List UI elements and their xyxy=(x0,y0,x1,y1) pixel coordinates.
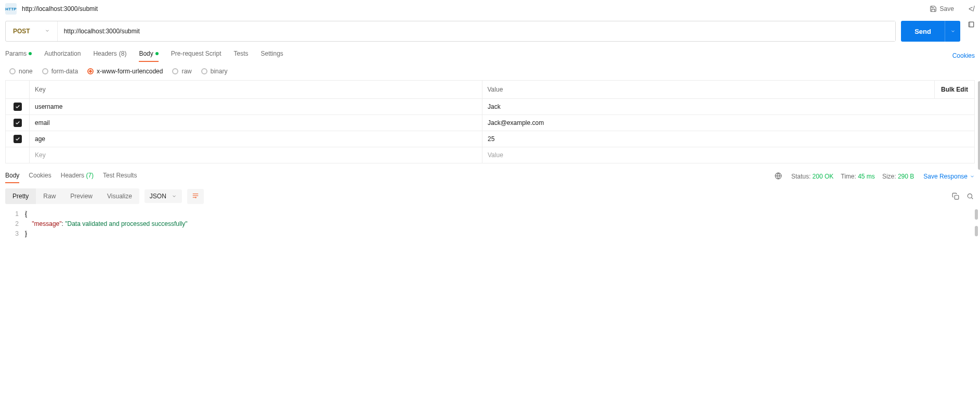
radio-label: form-data xyxy=(51,68,78,75)
kv-key-cell[interactable]: age xyxy=(30,131,482,147)
chevron-down-icon xyxy=(970,174,975,179)
kv-header-key: Key xyxy=(30,81,482,98)
code-token: "Data validated and processed successful… xyxy=(65,220,187,227)
size-label: Size: xyxy=(882,173,896,180)
tab-settings[interactable]: Settings xyxy=(261,50,283,61)
save-response-label: Save Response xyxy=(923,173,968,180)
tab-count: (7) xyxy=(86,172,94,179)
kv-header-row: Key Value Bulk Edit xyxy=(6,81,974,99)
tab-prerequest[interactable]: Pre-request Script xyxy=(171,50,221,61)
copy-icon[interactable] xyxy=(951,192,960,201)
svg-rect-1 xyxy=(970,22,974,27)
dot-indicator-icon xyxy=(155,52,159,55)
checkbox-icon[interactable] xyxy=(14,119,22,127)
kv-value-cell[interactable]: 25 xyxy=(482,131,935,147)
table-row: email Jack@example.com xyxy=(6,115,974,131)
expand-icon[interactable] xyxy=(968,21,975,42)
tab-label: Tests xyxy=(233,50,248,57)
url-input[interactable] xyxy=(58,21,896,41)
tab-tests[interactable]: Tests xyxy=(233,50,248,61)
scrollbar[interactable] xyxy=(978,81,980,170)
tab-label: Body xyxy=(139,50,153,57)
tab-label: Headers xyxy=(93,50,116,57)
tab-label: Pre-request Script xyxy=(171,50,221,57)
kv-value-cell[interactable]: Jack xyxy=(482,99,935,115)
format-select[interactable]: JSON xyxy=(145,189,182,203)
kv-value-placeholder[interactable]: Value xyxy=(482,147,935,163)
view-mode-tabs: Pretty Raw Preview Visualize xyxy=(5,188,139,204)
resp-tab-body[interactable]: Body xyxy=(5,172,19,181)
scrollbar[interactable] xyxy=(975,209,978,220)
tab-authorization[interactable]: Authorization xyxy=(44,50,81,61)
radio-form-data[interactable]: form-data xyxy=(42,68,78,75)
save-label: Save xyxy=(940,5,954,12)
kv-table: Key Value Bulk Edit username Jack email … xyxy=(5,80,975,163)
svg-point-7 xyxy=(968,194,972,198)
radio-icon xyxy=(201,68,207,74)
save-response-button[interactable]: Save Response xyxy=(923,173,975,180)
code-token: } xyxy=(25,230,27,237)
radio-binary[interactable]: binary xyxy=(201,68,228,75)
http-badge-icon: HTTP xyxy=(5,3,17,15)
search-icon[interactable] xyxy=(965,192,975,201)
tab-count: (8) xyxy=(119,50,127,57)
save-button[interactable]: Save xyxy=(925,3,958,15)
tab-body[interactable]: Body xyxy=(139,50,158,61)
view-tab-visualize[interactable]: Visualize xyxy=(100,188,139,204)
checkbox-icon[interactable] xyxy=(14,135,22,143)
kv-key-cell[interactable]: username xyxy=(30,99,482,115)
kv-key-cell[interactable]: email xyxy=(30,115,482,131)
status-label: Status: xyxy=(791,173,811,180)
response-meta: Status: 200 OK Time: 45 ms Size: 290 B xyxy=(791,173,914,180)
radio-icon xyxy=(87,68,94,74)
radio-urlencoded[interactable]: x-www-form-urlencoded xyxy=(87,68,163,75)
resp-tab-cookies[interactable]: Cookies xyxy=(29,172,51,181)
format-label: JSON xyxy=(150,193,166,200)
response-code-area[interactable]: 123 { "message": "Data validated and pro… xyxy=(0,207,980,249)
size-value: 290 B xyxy=(898,173,914,180)
scrollbar[interactable] xyxy=(975,226,978,236)
send-button-group: Send xyxy=(901,21,960,42)
svg-line-8 xyxy=(972,198,973,199)
view-tab-preview[interactable]: Preview xyxy=(63,188,100,204)
resp-tab-test-results[interactable]: Test Results xyxy=(103,172,137,181)
status-value: 200 OK xyxy=(813,173,834,180)
wrap-lines-button[interactable] xyxy=(187,189,204,204)
http-method-label: POST xyxy=(13,28,30,35)
tab-label: Authorization xyxy=(44,50,81,57)
radio-label: none xyxy=(19,68,33,75)
radio-raw[interactable]: raw xyxy=(172,68,191,75)
http-method-select[interactable]: POST xyxy=(6,21,58,41)
radio-none[interactable]: none xyxy=(9,68,33,75)
tab-params[interactable]: Params xyxy=(5,50,32,61)
cookies-link[interactable]: Cookies xyxy=(952,52,975,59)
code-icon[interactable]: </ xyxy=(969,5,975,13)
view-tab-pretty[interactable]: Pretty xyxy=(5,188,36,204)
globe-icon[interactable] xyxy=(775,172,782,181)
chevron-down-icon xyxy=(45,28,50,35)
kv-header-value: Value xyxy=(482,81,935,98)
request-tab-title: http://localhost:3000/submit xyxy=(22,5,98,12)
tab-headers[interactable]: Headers (8) xyxy=(93,50,126,61)
checkbox-icon[interactable] xyxy=(14,103,22,111)
tab-label: Headers xyxy=(61,172,84,179)
kv-value-cell[interactable]: Jack@example.com xyxy=(482,115,935,131)
radio-icon xyxy=(172,68,178,74)
table-row: username Jack xyxy=(6,99,974,115)
radio-label: binary xyxy=(211,68,228,75)
svg-rect-6 xyxy=(955,195,959,199)
radio-icon xyxy=(42,68,48,74)
code-token: "message" xyxy=(32,220,61,227)
dot-indicator-icon xyxy=(29,52,32,55)
send-dropdown[interactable] xyxy=(945,21,960,42)
resp-tab-headers[interactable]: Headers (7) xyxy=(61,172,94,181)
bulk-edit-button[interactable]: Bulk Edit xyxy=(935,81,974,98)
kv-key-placeholder[interactable]: Key xyxy=(30,147,482,163)
send-label: Send xyxy=(914,28,931,35)
line-gutter: 123 xyxy=(0,209,25,239)
send-button[interactable]: Send xyxy=(901,21,945,42)
method-url-bar: POST xyxy=(5,21,896,42)
view-tab-raw[interactable]: Raw xyxy=(36,188,63,204)
radio-icon xyxy=(9,68,16,74)
code-token: { xyxy=(25,210,27,218)
